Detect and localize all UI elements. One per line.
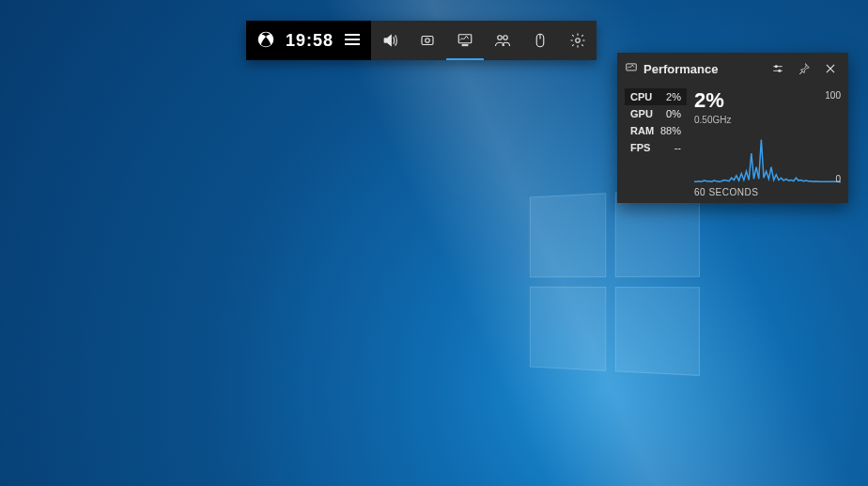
stat-label: FPS [630,142,650,153]
svg-rect-1 [345,34,360,36]
svg-point-9 [504,36,508,40]
svg-rect-7 [462,44,468,46]
chart-x-label: 60 SECONDS [694,187,841,197]
perf-chart-area: 2% 0.50GHz 100 0 60 SECONDS [694,88,841,197]
performance-button[interactable] [446,21,484,60]
stat-value: 0% [666,108,681,119]
xbox-game-bar: 19:58 [246,21,597,60]
stat-value: 2% [666,91,681,102]
windows-logo-wallpaper [530,188,700,376]
stat-row-fps[interactable]: FPS -- [625,139,687,156]
chart-y-max: 100 [825,90,841,101]
perf-stats-list: CPU 2% GPU 0% RAM 88% FPS -- [625,88,687,197]
audio-button[interactable] [371,21,409,60]
stat-label: GPU [630,108,653,119]
stat-value: -- [674,142,681,153]
gamebar-right-section [371,21,597,60]
chart-y-min: 0 [835,174,841,184]
perf-sparkline [694,129,841,183]
stat-label: RAM [630,125,654,136]
svg-rect-13 [627,64,637,71]
stat-row-ram[interactable]: RAM 88% [625,122,687,139]
stat-row-cpu[interactable]: CPU 2% [625,88,687,105]
stat-value: 88% [660,125,681,136]
widgets-menu-icon[interactable] [345,34,360,48]
svg-point-17 [779,70,781,71]
performance-icon [625,61,638,76]
mouse-button[interactable] [521,21,559,60]
capture-button[interactable] [409,21,446,60]
svg-point-12 [576,39,581,43]
performance-title-text: Performance [643,62,762,76]
xbox-social-button[interactable] [484,21,521,60]
settings-button[interactable] [559,21,597,60]
stat-label: CPU [630,91,652,102]
svg-rect-3 [345,43,360,45]
performance-body: CPU 2% GPU 0% RAM 88% FPS -- 2% 0.50GHz … [617,85,848,203]
svg-rect-6 [458,35,472,43]
stat-row-gpu[interactable]: GPU 0% [625,105,687,122]
gamebar-left-section: 19:58 [246,21,371,60]
svg-point-5 [426,39,430,43]
widget-options-button[interactable] [767,58,788,79]
perf-big-percent: 2% [694,88,841,113]
xbox-icon[interactable] [257,31,274,51]
perf-frequency: 0.50GHz [694,115,841,125]
clock-time: 19:58 [286,31,333,51]
performance-titlebar[interactable]: Performance [617,53,848,85]
performance-widget: Performance CPU 2% GPU 0% RAM 88% [617,53,848,203]
pin-button[interactable] [794,58,814,79]
svg-rect-2 [345,39,360,40]
svg-point-16 [775,66,777,68]
svg-rect-4 [422,37,433,45]
close-button[interactable] [820,58,841,79]
svg-point-8 [498,36,503,40]
